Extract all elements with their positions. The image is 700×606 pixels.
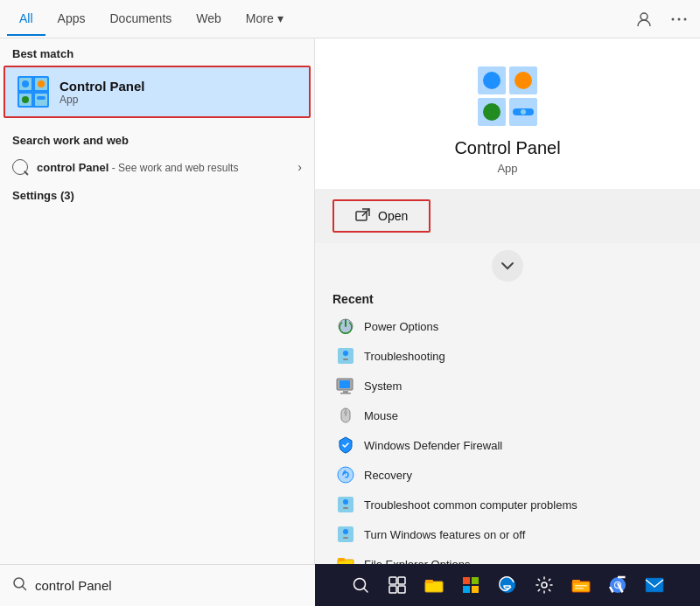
svg-rect-61	[575, 588, 584, 589]
search-web-row[interactable]: control Panel - See work and web results…	[0, 152, 314, 182]
search-bar	[0, 564, 315, 606]
open-icon	[355, 208, 371, 224]
tab-documents[interactable]: Documents	[97, 3, 184, 36]
tabs-bar: All Apps Documents Web More ▾	[0, 0, 700, 38]
tab-more[interactable]: More ▾	[234, 3, 296, 36]
windows-features-label: Turn Windows features on or off	[364, 528, 525, 541]
search-input-area	[12, 576, 303, 596]
svg-point-19	[514, 72, 532, 89]
mouse-icon	[336, 406, 355, 425]
tab-web[interactable]: Web	[184, 3, 234, 36]
firewall-label: Windows Defender Firewall	[364, 439, 502, 452]
mail-btn[interactable]	[639, 569, 670, 601]
troubleshooting-icon	[336, 346, 355, 366]
search-magnifier-icon	[12, 576, 28, 596]
system-label: System	[364, 380, 402, 393]
svg-rect-55	[472, 586, 479, 593]
svg-point-34	[344, 411, 347, 414]
task-view-btn[interactable]	[382, 569, 413, 601]
tab-apps[interactable]: Apps	[46, 3, 98, 36]
chevron-right-icon: ›	[298, 160, 302, 174]
recovery-icon	[336, 465, 355, 484]
list-item[interactable]: Mouse	[332, 401, 682, 430]
list-item[interactable]: System	[332, 371, 682, 401]
svg-point-0	[640, 13, 648, 20]
svg-point-1	[672, 17, 675, 20]
app-detail: Control Panel App	[315, 38, 700, 189]
taskbar	[315, 564, 700, 606]
tab-all[interactable]: All	[7, 3, 46, 36]
svg-rect-31	[340, 393, 351, 394]
svg-point-3	[684, 17, 687, 20]
troubleshoot-common-icon	[336, 495, 355, 514]
best-match-text: Control Panel App	[60, 79, 145, 106]
list-item[interactable]: Power Options	[332, 311, 682, 341]
svg-point-26	[343, 351, 348, 356]
app-type-label: App	[497, 162, 517, 175]
right-panel: Control Panel App Open	[315, 38, 700, 606]
svg-rect-51	[425, 580, 433, 583]
open-button[interactable]: Open	[332, 199, 430, 233]
best-match-item[interactable]: Control Panel App	[4, 66, 311, 118]
svg-rect-49	[398, 586, 405, 593]
svg-rect-47	[398, 577, 405, 584]
svg-point-37	[343, 499, 348, 505]
list-item[interactable]: Troubleshoot common computer problems	[332, 490, 682, 519]
search-window: All Apps Documents Web More ▾	[0, 0, 700, 606]
edge-btn[interactable]	[492, 569, 523, 601]
svg-rect-27	[343, 359, 348, 360]
settings-row: Settings (3)	[0, 182, 314, 209]
recent-section: Recent Power Options Troubles	[315, 285, 700, 586]
left-panel: Best match Contr	[0, 38, 315, 606]
svg-point-18	[483, 72, 500, 89]
svg-rect-54	[463, 586, 470, 593]
chrome-btn[interactable]	[602, 569, 634, 601]
svg-point-11	[22, 96, 29, 103]
svg-rect-29	[340, 380, 350, 388]
search-work-web-header: Search work and web	[0, 125, 314, 152]
more-options-btn[interactable]	[665, 5, 693, 33]
list-item[interactable]: Troubleshooting	[332, 341, 682, 371]
mouse-label: Mouse	[364, 409, 398, 422]
search-taskbar-btn[interactable]	[345, 569, 376, 601]
control-panel-icon-small	[18, 76, 49, 108]
file-explorer-btn[interactable]	[418, 569, 450, 601]
power-options-icon	[336, 317, 355, 336]
best-match-subtitle: App	[60, 94, 145, 106]
svg-point-20	[483, 103, 500, 121]
search-suffix-text: - See work and web results	[108, 162, 238, 174]
settings-taskbar-btn[interactable]	[528, 569, 560, 601]
svg-point-10	[38, 80, 45, 87]
svg-rect-52	[463, 577, 470, 584]
list-item[interactable]: Turn Windows features on or off	[332, 519, 682, 549]
search-web-icon	[12, 159, 28, 175]
svg-rect-46	[389, 577, 396, 584]
power-options-label: Power Options	[364, 320, 438, 333]
list-item[interactable]: Windows Defender Firewall	[332, 430, 682, 460]
recent-header: Recent	[332, 292, 682, 306]
troubleshooting-label: Troubleshooting	[364, 350, 445, 363]
svg-rect-30	[343, 391, 348, 393]
firewall-icon	[336, 435, 355, 455]
system-icon	[336, 376, 355, 395]
file-manager-btn[interactable]	[565, 569, 597, 601]
tabs-right-buttons	[630, 5, 693, 33]
list-item[interactable]: Recovery	[332, 460, 682, 490]
expand-button[interactable]	[492, 250, 523, 282]
store-btn[interactable]	[455, 569, 486, 601]
search-input[interactable]	[35, 578, 303, 593]
svg-rect-41	[343, 537, 348, 539]
troubleshoot-common-label: Troubleshoot common computer problems	[364, 498, 578, 512]
svg-point-9	[22, 80, 29, 87]
svg-point-2	[678, 17, 681, 20]
app-name-large: Control Panel	[454, 138, 560, 158]
main-content: Best match Contr	[0, 38, 700, 606]
svg-rect-59	[572, 580, 580, 583]
account-icon-btn[interactable]	[630, 5, 658, 33]
open-button-container: Open	[315, 189, 700, 243]
svg-rect-12	[37, 96, 46, 100]
best-match-header: Best match	[0, 38, 314, 66]
svg-rect-53	[472, 577, 479, 584]
svg-point-57	[542, 582, 547, 588]
search-web-text: control Panel - See work and web results	[37, 161, 289, 174]
